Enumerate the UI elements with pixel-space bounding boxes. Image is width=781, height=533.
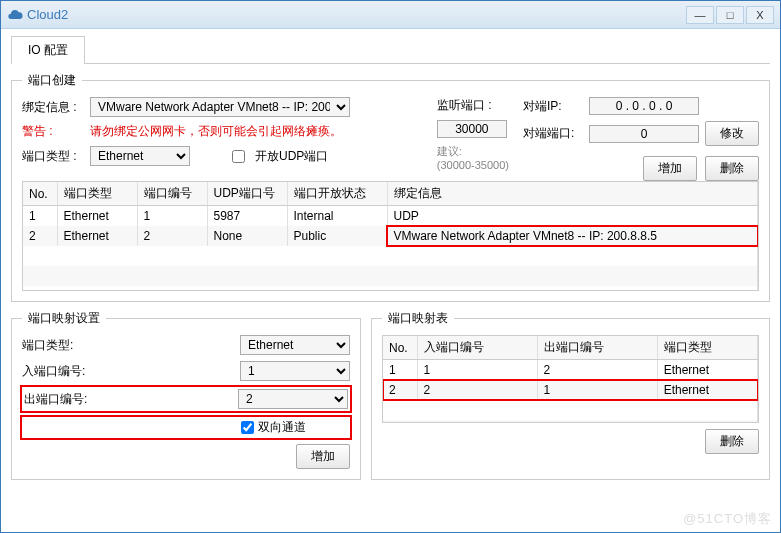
port-type-select[interactable]: Ethernet	[90, 146, 190, 166]
mth-type: 端口类型	[657, 336, 757, 360]
mth-in: 入端口编号	[417, 336, 537, 360]
modify-button[interactable]: 修改	[705, 121, 759, 146]
map-table: No. 入端口编号 出端口编号 端口类型 1 1 2 Ethernet	[382, 335, 759, 423]
mth-no: No.	[383, 336, 417, 360]
table-row[interactable]: 1 Ethernet 1 5987 Internal UDP	[23, 206, 758, 227]
peer-port-label: 对端端口:	[523, 125, 583, 142]
bind-info-label: 绑定信息 :	[22, 99, 84, 116]
table-row[interactable]: 1 1 2 Ethernet	[383, 360, 758, 381]
warning-label: 警告 :	[22, 123, 84, 140]
open-udp-checkbox[interactable]	[232, 150, 245, 163]
bidirectional-label: 双向通道	[258, 419, 348, 436]
peer-ip-label: 对端IP:	[523, 98, 583, 115]
close-button[interactable]: X	[746, 6, 774, 24]
peer-port-input[interactable]	[589, 125, 699, 143]
highlighted-map-row[interactable]: 2 2 1 Ethernet	[383, 380, 758, 400]
bind-info-select[interactable]: VMware Network Adapter VMnet8 -- IP: 200…	[90, 97, 350, 117]
port-map-settings-group: 端口映射设置 端口类型: Ethernet 入端口编号: 1 出端口编号: 2	[11, 310, 361, 480]
maximize-button[interactable]: □	[716, 6, 744, 24]
delete-port-button[interactable]: 删除	[705, 156, 759, 181]
open-udp-label: 开放UDP端口	[255, 148, 328, 165]
listen-port-input[interactable]	[437, 120, 507, 138]
table-row[interactable]: 2 Ethernet 2 None Public VMware Network …	[23, 226, 758, 246]
th-no: No.	[23, 182, 57, 206]
port-table: No. 端口类型 端口编号 UDP端口号 端口开放状态 绑定信息 1 Ether…	[22, 181, 759, 291]
suggest-range: (30000-35000)	[437, 159, 509, 171]
content-area: IO 配置 端口创建 绑定信息 : VMware Network Adapter…	[1, 29, 780, 498]
highlighted-bind-cell: VMware Network Adapter VMnet8 -- IP: 200…	[387, 226, 758, 246]
map-settings-legend: 端口映射设置	[22, 310, 106, 327]
app-icon	[7, 7, 23, 23]
suggest-label: 建议:	[437, 144, 462, 159]
th-num: 端口编号	[137, 182, 207, 206]
peer-ip-input[interactable]	[589, 97, 699, 115]
listen-port-label: 监听端口 :	[437, 97, 497, 114]
window-controls: — □ X	[686, 6, 774, 24]
map-delete-button[interactable]: 删除	[705, 429, 759, 454]
map-add-button[interactable]: 增加	[296, 444, 350, 469]
map-out-select[interactable]: 2	[238, 389, 348, 409]
map-out-label: 出端口编号:	[24, 391, 104, 408]
window-title: Cloud2	[27, 7, 686, 22]
port-type-label: 端口类型 :	[22, 148, 84, 165]
minimize-button[interactable]: —	[686, 6, 714, 24]
th-udp: UDP端口号	[207, 182, 287, 206]
map-in-select[interactable]: 1	[240, 361, 350, 381]
th-state: 端口开放状态	[287, 182, 387, 206]
app-window: Cloud2 — □ X IO 配置 端口创建 绑定信息 : VMware Ne…	[0, 0, 781, 533]
th-bind: 绑定信息	[387, 182, 758, 206]
tab-strip: IO 配置	[11, 35, 770, 64]
bidirectional-checkbox[interactable]	[241, 421, 254, 434]
warning-text: 请勿绑定公网网卡，否则可能会引起网络瘫痪。	[90, 123, 342, 140]
add-port-button[interactable]: 增加	[643, 156, 697, 181]
watermark: @51CTO博客	[683, 510, 772, 528]
titlebar: Cloud2 — □ X	[1, 1, 780, 29]
mth-out: 出端口编号	[537, 336, 657, 360]
tab-io-config[interactable]: IO 配置	[11, 36, 85, 64]
map-table-legend: 端口映射表	[382, 310, 454, 327]
map-port-type-label: 端口类型:	[22, 337, 102, 354]
th-type: 端口类型	[57, 182, 137, 206]
port-map-table-group: 端口映射表 No. 入端口编号 出端口编号 端口类型 1 1	[371, 310, 770, 480]
map-port-type-select[interactable]: Ethernet	[240, 335, 350, 355]
port-create-group: 端口创建 绑定信息 : VMware Network Adapter VMnet…	[11, 72, 770, 302]
map-in-label: 入端口编号:	[22, 363, 102, 380]
port-create-legend: 端口创建	[22, 72, 82, 89]
